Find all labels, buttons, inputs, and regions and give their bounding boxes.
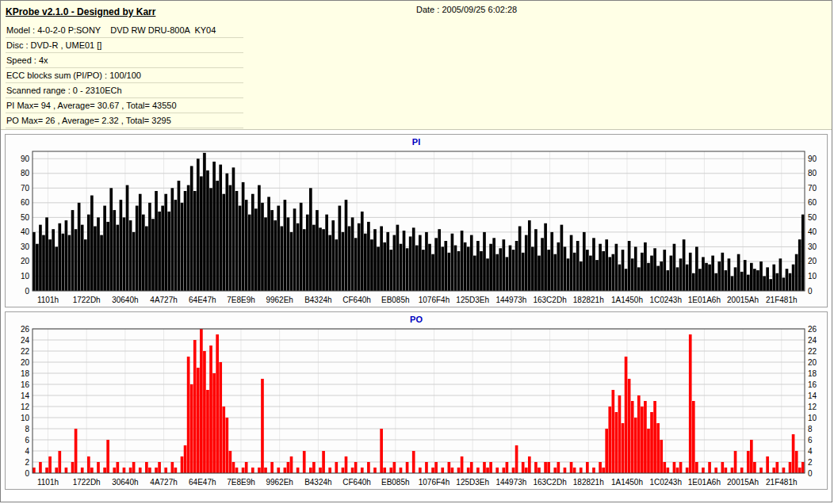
svg-text:10: 10 bbox=[21, 272, 30, 281]
scan-info-table: Model : 4-0-2-0 P:SONY DVD RW DRU-800A K… bbox=[6, 23, 243, 128]
header-panel: KProbe v2.1.0 - Designed by Karr Date : … bbox=[1, 1, 832, 130]
svg-text:90: 90 bbox=[808, 155, 817, 163]
svg-text:64E47h: 64E47h bbox=[189, 296, 216, 304]
info-row-model: Model : 4-0-2-0 P:SONY DVD RW DRU-800A K… bbox=[6, 23, 243, 38]
svg-text:EB085h: EB085h bbox=[381, 296, 410, 304]
svg-text:163C2Dh: 163C2Dh bbox=[533, 478, 566, 487]
po-chart-panel: PO 1101h1722Dh30640h4A727h64E47h7E8E9h99… bbox=[5, 311, 828, 490]
svg-text:70: 70 bbox=[808, 184, 817, 193]
svg-text:10: 10 bbox=[808, 414, 817, 422]
svg-text:0: 0 bbox=[25, 469, 29, 478]
pi-chart: 1101h1722Dh30640h4A727h64E47h7E8E9h9962E… bbox=[9, 148, 824, 305]
svg-text:8: 8 bbox=[808, 425, 813, 433]
svg-text:4: 4 bbox=[25, 447, 29, 456]
svg-text:22: 22 bbox=[808, 347, 817, 356]
svg-text:18: 18 bbox=[808, 369, 817, 378]
svg-text:12: 12 bbox=[808, 403, 817, 411]
kprobe-window: KProbe v2.1.0 - Designed by Karr Date : … bbox=[0, 0, 832, 502]
svg-text:EB085h: EB085h bbox=[381, 478, 410, 487]
svg-text:B4324h: B4324h bbox=[304, 478, 331, 487]
svg-text:50: 50 bbox=[21, 213, 30, 222]
svg-text:20015Ah: 20015Ah bbox=[727, 296, 759, 304]
header-top: KProbe v2.1.0 - Designed by Karr Date : … bbox=[6, 4, 827, 20]
svg-text:10: 10 bbox=[21, 414, 30, 422]
date-label: Date : 2005/09/25 6:02:28 bbox=[416, 5, 517, 14]
svg-text:16: 16 bbox=[21, 380, 30, 389]
svg-text:1076F4h: 1076F4h bbox=[419, 478, 450, 487]
svg-text:14: 14 bbox=[808, 391, 817, 400]
svg-text:26: 26 bbox=[21, 326, 30, 334]
svg-text:21F481h: 21F481h bbox=[766, 478, 797, 487]
svg-text:7E8E9h: 7E8E9h bbox=[227, 296, 255, 304]
svg-text:1A1450h: 1A1450h bbox=[611, 478, 643, 487]
info-row-ecc: ECC blocks sum (PI/PO) : 100/100 bbox=[6, 68, 243, 83]
svg-text:30: 30 bbox=[21, 242, 30, 251]
svg-text:20: 20 bbox=[808, 257, 817, 265]
svg-text:B4324h: B4324h bbox=[304, 296, 331, 304]
svg-text:125D3Eh: 125D3Eh bbox=[456, 296, 489, 304]
info-row-scanned-range: Scanned range : 0 - 2310ECh bbox=[6, 83, 243, 98]
svg-text:60: 60 bbox=[21, 198, 30, 207]
svg-text:1101h: 1101h bbox=[37, 478, 59, 487]
svg-text:9962Eh: 9962Eh bbox=[266, 296, 293, 304]
svg-text:1C0243h: 1C0243h bbox=[649, 478, 682, 487]
svg-text:1A1450h: 1A1450h bbox=[611, 296, 643, 304]
svg-text:9962Eh: 9962Eh bbox=[266, 478, 293, 487]
svg-text:8: 8 bbox=[25, 425, 29, 433]
svg-text:50: 50 bbox=[808, 213, 817, 222]
info-row-disc: Disc : DVD-R , UME01 [] bbox=[6, 38, 243, 53]
svg-text:182821h: 182821h bbox=[573, 296, 604, 304]
svg-text:1076F4h: 1076F4h bbox=[419, 296, 450, 304]
svg-text:80: 80 bbox=[21, 169, 30, 178]
svg-text:60: 60 bbox=[808, 198, 817, 207]
svg-text:10: 10 bbox=[808, 272, 817, 281]
svg-text:1101h: 1101h bbox=[37, 296, 59, 304]
app-title: KProbe v2.1.0 - Designed by Karr bbox=[6, 6, 155, 17]
svg-text:30640h: 30640h bbox=[112, 478, 138, 487]
pi-chart-title: PI bbox=[9, 136, 824, 148]
info-row-pi-stats: PI Max= 94 , Average= 30.67 , Total= 435… bbox=[6, 98, 243, 113]
svg-text:70: 70 bbox=[21, 184, 30, 193]
svg-text:0: 0 bbox=[808, 287, 813, 296]
svg-text:16: 16 bbox=[808, 380, 817, 389]
info-row-po-stats: PO Max= 26 , Average= 2.32 , Total= 3295 bbox=[6, 113, 243, 128]
svg-text:21F481h: 21F481h bbox=[766, 296, 797, 304]
svg-text:7E8E9h: 7E8E9h bbox=[227, 478, 255, 487]
svg-text:4: 4 bbox=[808, 447, 813, 456]
svg-text:144973h: 144973h bbox=[495, 478, 526, 487]
info-row-speed: Speed : 4x bbox=[6, 53, 243, 68]
po-chart-title: PO bbox=[9, 314, 824, 326]
svg-text:90: 90 bbox=[21, 155, 30, 163]
svg-text:163C2Dh: 163C2Dh bbox=[533, 296, 566, 304]
svg-text:0: 0 bbox=[808, 469, 813, 478]
svg-text:0: 0 bbox=[25, 287, 29, 296]
svg-text:24: 24 bbox=[21, 336, 30, 345]
svg-text:26: 26 bbox=[808, 326, 817, 334]
svg-text:6: 6 bbox=[25, 436, 29, 445]
svg-text:125D3Eh: 125D3Eh bbox=[456, 478, 489, 487]
svg-text:12: 12 bbox=[21, 403, 30, 411]
svg-text:80: 80 bbox=[808, 169, 817, 178]
svg-text:144973h: 144973h bbox=[495, 296, 526, 304]
svg-text:40: 40 bbox=[21, 227, 30, 236]
svg-text:18: 18 bbox=[21, 369, 30, 378]
svg-text:20015Ah: 20015Ah bbox=[727, 478, 759, 487]
svg-text:40: 40 bbox=[808, 227, 817, 236]
po-chart: 1101h1722Dh30640h4A727h64E47h7E8E9h9962E… bbox=[9, 326, 824, 487]
svg-text:14: 14 bbox=[21, 391, 30, 400]
svg-text:24: 24 bbox=[808, 336, 817, 345]
svg-text:30: 30 bbox=[808, 242, 817, 251]
svg-text:22: 22 bbox=[21, 347, 30, 356]
svg-text:1E01A6h: 1E01A6h bbox=[688, 296, 721, 304]
svg-text:30640h: 30640h bbox=[112, 296, 138, 304]
svg-text:1722Dh: 1722Dh bbox=[73, 478, 101, 487]
svg-text:2: 2 bbox=[25, 458, 29, 467]
pi-chart-panel: PI 1101h1722Dh30640h4A727h64E47h7E8E9h99… bbox=[5, 134, 828, 307]
svg-text:1722Dh: 1722Dh bbox=[73, 296, 101, 304]
svg-text:CF640h: CF640h bbox=[342, 296, 371, 304]
svg-text:20: 20 bbox=[21, 257, 30, 265]
svg-text:182821h: 182821h bbox=[573, 478, 604, 487]
svg-text:20: 20 bbox=[21, 358, 30, 367]
svg-text:6: 6 bbox=[808, 436, 813, 445]
svg-text:4A727h: 4A727h bbox=[150, 296, 177, 304]
